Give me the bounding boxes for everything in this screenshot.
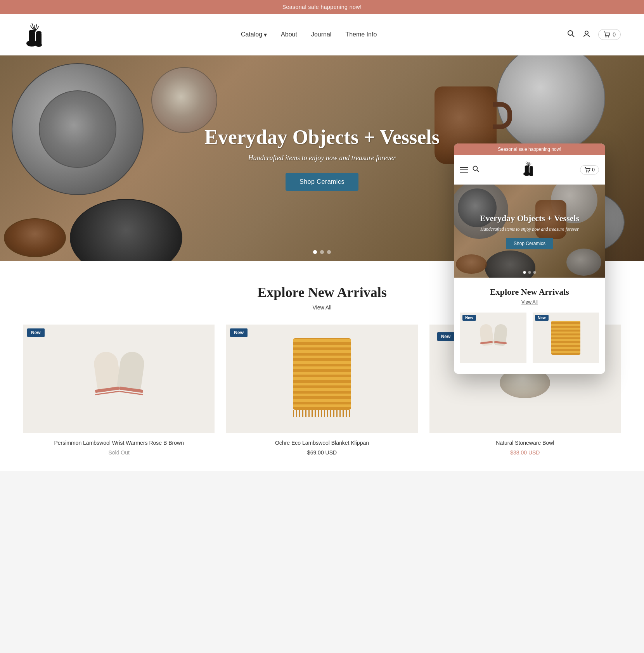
nav-theme-info[interactable]: Theme Info — [345, 31, 377, 38]
mobile-logo — [521, 160, 538, 180]
mobile-badge-new-2: New — [535, 315, 549, 321]
mobile-small-bowl — [456, 254, 487, 274]
hero-dots — [313, 250, 331, 254]
svg-point-30 — [589, 171, 590, 173]
svg-line-17 — [477, 170, 479, 172]
svg-point-23 — [529, 166, 533, 168]
hero-dot-1[interactable] — [313, 250, 317, 254]
svg-rect-4 — [36, 33, 42, 46]
badge-new-blanket: New — [230, 328, 248, 337]
hero-title: Everyday Objects + Vessels — [204, 126, 440, 149]
mobile-dot-2[interactable] — [528, 271, 531, 274]
hero-dot-2[interactable] — [320, 250, 324, 254]
mobile-hero-subtitle: Handcrafted items to enjoy now and treas… — [480, 226, 579, 232]
mobile-product-image-mittens: New — [460, 313, 526, 363]
announcement-bar: Seasonal sale happening now! — [0, 0, 644, 14]
nav-catalog[interactable]: Catalog ▾ — [241, 31, 267, 38]
mobile-hero: Everyday Objects + Vessels Handcrafted i… — [454, 185, 605, 278]
header: Catalog ▾ About Journal Theme Info — [0, 14, 644, 55]
mobile-header: 0 — [454, 155, 605, 185]
ceramic-small-bowl — [4, 218, 66, 257]
product-price-bowl: $38.00 USD — [429, 449, 621, 456]
ceramic-dark-plate — [70, 199, 182, 261]
search-button[interactable] — [567, 30, 575, 40]
mobile-hero-dots — [523, 271, 536, 274]
mobile-header-left — [460, 166, 480, 174]
ceramic-bowl-2 — [497, 55, 605, 152]
mobile-view-all-link[interactable]: View All — [460, 299, 599, 305]
product-price-blanket: $69.00 USD — [226, 449, 417, 456]
svg-point-5 — [36, 31, 42, 34]
hero-content: Everyday Objects + Vessels Handcrafted i… — [204, 126, 440, 191]
svg-point-16 — [473, 166, 478, 171]
mobile-hero-content: Everyday Objects + Vessels Handcrafted i… — [480, 213, 579, 249]
search-icon — [567, 30, 575, 38]
mobile-cart-icon — [584, 167, 590, 173]
ceramic-bowl-inner — [39, 90, 116, 168]
mobile-product-card-blanket: New — [533, 313, 599, 366]
mobile-product-card-mittens: New — [460, 313, 526, 366]
ceramic-speckled-bowl — [151, 67, 217, 133]
main-nav: Catalog ▾ About Journal Theme Info — [241, 31, 377, 38]
mobile-logo-icon — [521, 160, 538, 177]
mobile-right-bowl — [566, 249, 601, 276]
product-card-blanket: New Ochre Eco Lambswool Blanket Klippan … — [226, 325, 417, 456]
mobile-announcement-bar: Seasonal sale happening now! — [454, 143, 605, 155]
nav-journal[interactable]: Journal — [311, 31, 331, 38]
nav-about[interactable]: About — [281, 31, 297, 38]
hero-cta-button[interactable]: Shop Ceramics — [286, 173, 358, 191]
logo-icon — [23, 21, 50, 48]
svg-point-29 — [586, 171, 587, 173]
badge-new-bowl: New — [437, 332, 455, 341]
product-name-bowl: Natural Stoneware Bowl — [429, 439, 621, 447]
product-name-blanket: Ochre Eco Lambswool Blanket Klippan — [226, 439, 417, 447]
mobile-search-icon — [473, 166, 480, 173]
hero-subtitle: Handcrafted items to enjoy now and treas… — [204, 154, 440, 162]
product-image-blanket: New — [226, 325, 417, 433]
mobile-dot-3[interactable] — [533, 271, 536, 274]
mobile-products-grid: New New — [460, 313, 599, 366]
hero-dot-3[interactable] — [327, 250, 331, 254]
product-price-mittens: Sold Out — [23, 449, 215, 456]
hamburger-line-1 — [460, 167, 468, 168]
mobile-cart[interactable]: 0 — [580, 165, 599, 174]
cart-icon — [603, 31, 610, 38]
hamburger-line-2 — [460, 169, 468, 170]
mobile-products-section: Explore New Arrivals View All New — [454, 278, 605, 374]
chevron-down-icon: ▾ — [264, 31, 267, 38]
announcement-text: Seasonal sale happening now! — [282, 4, 362, 10]
hamburger-line-3 — [460, 172, 468, 173]
mobile-preview-overlay: Seasonal sale happening now! — [454, 143, 605, 374]
cart-button[interactable]: 0 — [598, 29, 621, 40]
mobile-menu-button[interactable] — [460, 167, 468, 173]
svg-point-15 — [608, 36, 609, 38]
badge-new-mittens: New — [27, 328, 45, 337]
svg-rect-22 — [529, 167, 533, 175]
mobile-search-button[interactable] — [473, 166, 480, 174]
product-card-mittens: New Persimmon Lambswool Wrist Warmers Ro… — [23, 325, 215, 456]
mobile-badge-new-1: New — [462, 315, 476, 321]
svg-point-11 — [568, 31, 573, 35]
mobile-hero-cta-button[interactable]: Shop Ceramics — [506, 238, 553, 249]
product-image-mittens: New — [23, 325, 215, 433]
svg-point-13 — [585, 31, 588, 34]
account-icon — [583, 30, 590, 38]
mobile-product-image-blanket: New — [533, 313, 599, 363]
header-icons: 0 — [567, 29, 621, 40]
svg-point-14 — [606, 36, 607, 38]
svg-line-12 — [572, 35, 574, 37]
product-name-mittens: Persimmon Lambswool Wrist Warmers Rose B… — [23, 439, 215, 447]
mug-handle — [493, 102, 512, 129]
mobile-dot-1[interactable] — [523, 271, 526, 274]
logo — [23, 21, 50, 48]
mobile-products-title: Explore New Arrivals — [460, 287, 599, 297]
mobile-hero-title: Everyday Objects + Vessels — [480, 213, 579, 223]
account-button[interactable] — [583, 30, 590, 40]
